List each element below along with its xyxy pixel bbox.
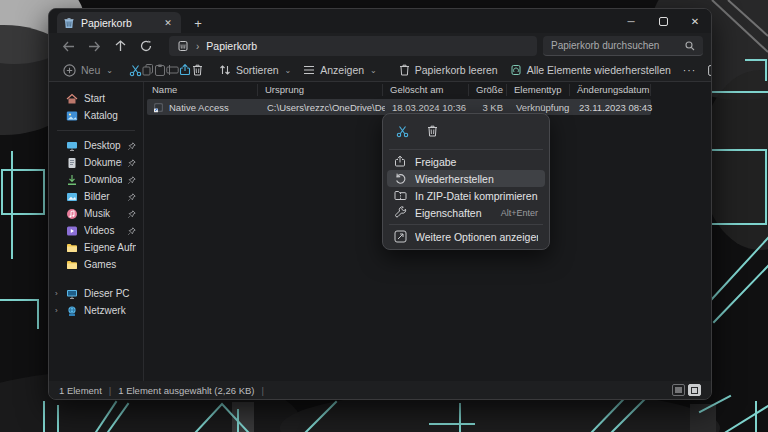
- tab-bar: Papierkorb ✕ + ─ ✕: [49, 9, 711, 33]
- delete-button[interactable]: [192, 61, 203, 80]
- context-menu-separator: [389, 224, 543, 225]
- file-deleted-date: 18.03.2024 10:36: [385, 102, 471, 113]
- sidebar-item-label: Start: [84, 93, 136, 104]
- sidebar-item-label: Videos: [84, 225, 122, 236]
- sidebar-item-musik[interactable]: Musik: [52, 205, 140, 222]
- sidebar-item-bilder[interactable]: Bilder: [52, 188, 140, 205]
- view-button-label: Anzeigen: [320, 64, 364, 76]
- sidebar-item-eigene-aufnahmen[interactable]: Eigene Aufnahmen: [52, 239, 140, 256]
- pin-icon: [128, 210, 136, 218]
- sidebar-item-label: Netzwerk: [84, 305, 136, 316]
- delete-menu-button[interactable]: [419, 120, 445, 142]
- details-view-toggle[interactable]: [672, 384, 685, 396]
- clipboard-icon: [154, 64, 166, 76]
- sidebar-item-games[interactable]: Games: [52, 256, 140, 273]
- thumbnail-view-toggle[interactable]: [688, 384, 701, 396]
- sidebar-item-label: Dieser PC: [84, 288, 136, 299]
- pin-icon: [128, 176, 136, 184]
- column-headers: Name ^ Ursprung Gelöscht am Größe Elemen…: [145, 82, 711, 98]
- sidebar-item-downloads[interactable]: Downloads: [52, 171, 140, 188]
- this-pc-icon: [66, 288, 78, 300]
- sidebar-item-videos[interactable]: Videos: [52, 222, 140, 239]
- cut-button[interactable]: [129, 61, 142, 80]
- folder-icon: [66, 259, 78, 271]
- menu-item-wiederherstellen[interactable]: Wiederherstellen: [387, 170, 545, 187]
- empty-recycle-bin-button[interactable]: Papierkorb leeren: [393, 61, 504, 80]
- sort-button[interactable]: Sortieren ⌄: [213, 61, 297, 80]
- cut-menu-button[interactable]: [389, 120, 415, 142]
- sidebar-item-netzwerk[interactable]: › Netzwerk: [52, 302, 140, 319]
- sidebar-gap: [49, 273, 143, 285]
- new-button[interactable]: Neu ⌄: [57, 61, 119, 80]
- sidebar-item-label: Dokumente: [84, 157, 122, 168]
- restore-all-button[interactable]: Alle Elemente wiederherstellen: [504, 61, 677, 80]
- sidebar-item-dokumente[interactable]: Dokumente: [52, 154, 140, 171]
- minimize-button[interactable]: ─: [615, 9, 647, 33]
- tab-close-icon[interactable]: ✕: [161, 16, 175, 30]
- chevron-down-icon: ⌄: [106, 66, 113, 75]
- sidebar-item-label: Katalog: [84, 110, 136, 121]
- pin-icon: [128, 227, 136, 235]
- restore-all-label: Alle Elemente wiederherstellen: [527, 64, 671, 76]
- plus-circle-icon: [63, 64, 76, 77]
- maximize-button[interactable]: [647, 9, 679, 33]
- folder-icon: [66, 242, 78, 254]
- menu-item-eigenschaften[interactable]: Eigenschaften Alt+Enter: [387, 204, 545, 221]
- details-pane-button[interactable]: Details: [702, 61, 712, 80]
- column-header-aenderungsdatum[interactable]: Änderungsdatum: [570, 84, 651, 96]
- column-header-groesse[interactable]: Größe: [469, 84, 507, 96]
- up-button[interactable]: [107, 35, 133, 57]
- shortcut-file-icon: [153, 102, 164, 113]
- new-tab-button[interactable]: +: [187, 13, 209, 33]
- close-window-button[interactable]: ✕: [679, 9, 711, 33]
- column-header-geloescht-am[interactable]: Gelöscht am: [383, 84, 469, 96]
- sidebar-item-dieser-pc[interactable]: › Dieser PC: [52, 285, 140, 302]
- view-button[interactable]: Anzeigen ⌄: [297, 61, 383, 80]
- chevron-right-icon: ›: [196, 41, 199, 52]
- rename-button[interactable]: [166, 61, 179, 80]
- search-box[interactable]: Papierkorb durchsuchen: [543, 36, 703, 56]
- menu-item-weitere-optionen[interactable]: Weitere Optionen anzeigen: [387, 228, 545, 245]
- menu-item-freigabe[interactable]: Freigabe: [387, 153, 545, 170]
- refresh-button[interactable]: [133, 35, 159, 57]
- tab-papierkorb[interactable]: Papierkorb ✕: [57, 12, 181, 33]
- menu-item-label: Weitere Optionen anzeigen: [415, 231, 538, 243]
- paste-button[interactable]: [154, 61, 166, 80]
- column-header-ursprung[interactable]: Ursprung: [258, 84, 383, 96]
- recycle-bin-icon: [63, 17, 75, 29]
- pin-icon: [128, 159, 136, 167]
- rename-icon: [166, 64, 179, 76]
- menu-item-zip-komprimieren[interactable]: In ZIP-Datei komprimieren: [387, 187, 545, 204]
- column-header-elementtyp[interactable]: Elementtyp: [507, 84, 570, 96]
- share-button[interactable]: [179, 61, 192, 80]
- menu-item-label: Wiederherstellen: [415, 173, 538, 185]
- chevron-right-icon[interactable]: ›: [55, 289, 58, 298]
- breadcrumb-location[interactable]: Papierkorb: [206, 40, 257, 52]
- sort-ascending-icon: ^: [197, 84, 200, 90]
- restore-icon: [510, 64, 522, 76]
- download-icon: [66, 174, 78, 186]
- sidebar-item-label: Musik: [84, 208, 122, 219]
- status-bar: 1 Element | 1 Element ausgewählt (2,26 K…: [49, 381, 711, 399]
- menu-item-label: In ZIP-Datei komprimieren: [415, 190, 538, 202]
- back-button[interactable]: [55, 35, 81, 57]
- chevron-down-icon: ⌄: [370, 66, 377, 75]
- view-list-icon: [303, 65, 315, 75]
- sidebar-item-start[interactable]: Start: [52, 90, 140, 107]
- share-icon: [179, 64, 192, 76]
- sidebar-item-label: Bilder: [84, 191, 122, 202]
- sidebar-item-desktop[interactable]: Desktop: [52, 137, 140, 154]
- tab-title: Papierkorb: [81, 17, 155, 29]
- sidebar-item-katalog[interactable]: Katalog: [52, 107, 140, 124]
- breadcrumb[interactable]: › Papierkorb: [169, 36, 537, 56]
- trash-icon: [192, 64, 203, 76]
- context-menu-icon-row: [387, 118, 545, 146]
- column-header-name[interactable]: Name ^: [145, 84, 258, 96]
- empty-recycle-bin-label: Papierkorb leeren: [415, 64, 498, 76]
- chevron-right-icon[interactable]: ›: [55, 306, 58, 315]
- forward-button[interactable]: [81, 35, 107, 57]
- copy-button[interactable]: [142, 61, 154, 80]
- more-options-button[interactable]: ···: [677, 61, 703, 80]
- file-name: Native Access: [169, 102, 229, 113]
- sort-button-label: Sortieren: [236, 64, 279, 76]
